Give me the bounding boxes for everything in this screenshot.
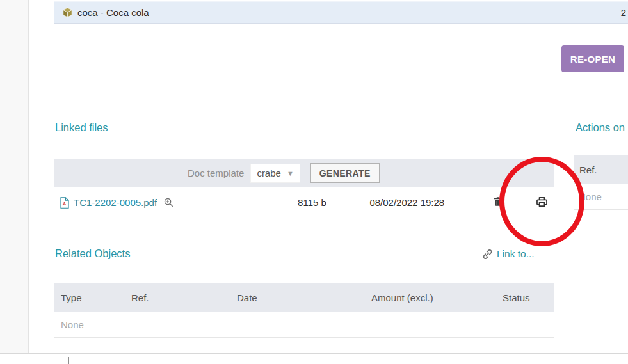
file-date: 08/02/2022 19:28 [365,197,449,208]
column-header-ref: Ref. [125,292,230,303]
pdf-file-icon [60,197,70,209]
generate-button[interactable]: GENERATE [310,163,380,183]
doc-template-label: Doc template [188,168,244,178]
left-sidebar [0,0,29,354]
reopen-button[interactable]: RE-OPEN [561,45,624,72]
related-objects-title: Related Objects [55,248,130,260]
actions-ref-header: Ref. [574,155,628,184]
related-objects-empty-row: None [54,312,554,338]
actions-panel-table: Ref. None [574,155,628,210]
trash-icon [493,196,503,207]
column-header-status: Status [496,292,554,303]
actions-panel-title: Actions on [576,122,625,134]
linked-files-header: Doc template crabe ▼ GENERATE [54,159,554,187]
divider [0,353,628,354]
related-objects-header: Type Ref. Date Amount (excl.) Status [54,283,554,312]
file-name-cell: TC1-2202-0005.pdf [54,197,259,209]
print-file-button[interactable] [529,196,554,210]
chain-link-icon [482,249,493,260]
chevron-down-icon: ▼ [287,170,294,177]
delete-file-button[interactable] [484,196,512,209]
cube-icon [62,7,73,18]
linked-files-title: Linked files [55,122,108,134]
doc-template-select[interactable]: crabe ▼ [250,164,300,183]
resize-tick [68,357,69,364]
column-header-amount: Amount (excl.) [365,292,496,303]
link-to-button[interactable]: Link to... [482,248,535,260]
related-objects-table: Type Ref. Date Amount (excl.) Status Non… [54,283,554,338]
linked-files-table: Doc template crabe ▼ GENERATE TC1-2202-0… [54,159,554,218]
table-row: TC1-2202-0005.pdf 8115 b 08/02/2022 19:2… [54,187,554,218]
product-banner-row[interactable]: coca - Coca cola 2 [54,1,628,24]
column-header-type: Type [54,292,125,303]
file-link[interactable]: TC1-2202-0005.pdf [74,197,157,208]
product-label: coca - Coca cola [77,7,149,18]
actions-empty-row: None [574,184,628,210]
link-to-label: Link to... [497,248,535,260]
column-header-date: Date [230,292,365,303]
file-size: 8115 b [259,197,366,208]
banner-count: 2 [621,7,626,18]
magnifier-plus-icon[interactable] [163,197,174,208]
printer-icon [536,196,548,208]
doc-template-value: crabe [257,168,281,178]
